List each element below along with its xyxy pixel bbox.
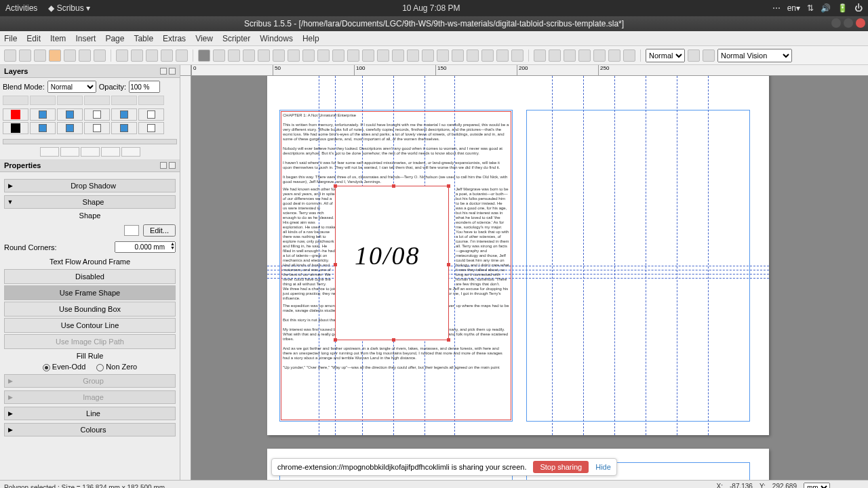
eyedropper-icon[interactable] [511,49,524,62]
link-frames-icon[interactable] [452,49,464,62]
unit-select[interactable]: mm [804,483,830,488]
colours-section[interactable]: ▶Colours [4,423,176,436]
menu-extras[interactable]: Extras [163,34,186,43]
menu-insert[interactable]: Insert [75,34,96,43]
spiral-icon[interactable] [302,49,315,62]
arc-icon[interactable] [288,49,300,62]
zoom-icon[interactable] [407,49,419,62]
tray-dots-icon[interactable]: ⋯ [772,3,781,13]
app-menu[interactable]: ◆ Scribus ▾ [48,3,90,13]
edit-text-icon[interactable] [422,49,434,62]
line-section[interactable]: ▶Line [4,407,176,420]
non-zero-radio[interactable]: Non Zero [96,363,137,371]
round-corners-input[interactable] [115,241,176,253]
flow-checkbox[interactable] [120,124,128,132]
cut-icon[interactable] [146,49,158,62]
print-checkbox[interactable] [66,124,74,132]
activities-button[interactable]: Activities [5,3,37,13]
maximize-button[interactable] [844,18,853,28]
shape-icon[interactable] [273,49,285,62]
table-icon[interactable] [258,49,270,62]
copy-props-icon[interactable] [496,49,509,62]
text-flow-frame-shape[interactable]: Use Frame Shape [4,285,176,300]
pdf-icon[interactable] [94,49,106,62]
panel-shade-icon[interactable] [160,162,167,169]
power-icon[interactable]: ⏻ [854,3,863,13]
blend-mode-select[interactable]: Normal [47,81,96,93]
color-mgmt-icon[interactable] [688,49,700,62]
opacity-input[interactable] [129,81,160,93]
spinner-arrows-icon[interactable]: ▲▼ [170,242,175,250]
measure-icon[interactable] [481,49,494,62]
add-layer-button[interactable] [40,147,59,157]
menu-table[interactable]: Table [134,34,153,43]
menu-file[interactable]: File [4,34,17,43]
display-mode-select[interactable]: Normal [646,49,685,62]
undo-icon[interactable] [116,49,128,62]
menu-view[interactable]: View [195,34,213,43]
text-flow-bounding-box[interactable]: Use Bounding Box [4,302,176,317]
text-flow-contour-line[interactable]: Use Contour Line [4,318,176,333]
network-icon[interactable]: ⇅ [807,3,814,13]
image-frame-icon[interactable] [228,49,240,62]
stop-sharing-button[interactable]: Stop sharing [533,461,589,473]
remove-layer-button[interactable] [60,147,79,157]
rotate-icon[interactable] [392,49,404,62]
shape-preview-icon[interactable] [124,225,139,236]
paste-icon[interactable] [176,49,188,62]
close-button[interactable] [856,18,865,28]
lock-checkbox[interactable] [93,110,101,119]
open-icon[interactable] [19,49,31,62]
freehand-icon[interactable] [362,49,374,62]
outline-checkbox[interactable] [147,110,155,119]
minimize-button[interactable] [831,18,841,28]
render-frame-icon[interactable] [243,49,255,62]
menu-page[interactable]: Page [105,34,124,43]
menu-edit[interactable]: Edit [26,34,41,43]
close-icon[interactable] [49,49,61,62]
horizontal-ruler[interactable]: 050100150200250 [191,65,868,76]
even-odd-radio[interactable]: Even-Odd [43,363,86,371]
dup-layer-button[interactable] [81,147,100,157]
line-icon[interactable] [332,49,344,62]
pdf-annot-icon[interactable] [608,49,620,62]
text-frame-icon[interactable] [213,49,225,62]
canvas[interactable]: CHAPTER 1: A Not Unnatural Enterprise Th… [191,76,868,480]
pdf-link-icon[interactable] [623,49,635,62]
polygon-icon[interactable] [317,49,330,62]
edit-shape-button[interactable]: Edit... [143,224,176,237]
selected-polygon[interactable]: 10/08 [335,186,449,340]
pdf-check-icon[interactable] [564,49,576,62]
panel-close-icon[interactable] [169,68,176,75]
select-tool-icon[interactable] [198,49,210,62]
menu-help[interactable]: Help [302,34,319,43]
menu-windows[interactable]: Windows [260,34,293,43]
save-icon[interactable] [34,49,46,62]
copy-icon[interactable] [161,49,173,62]
layer-up-button[interactable] [101,147,120,157]
pdf-text-icon[interactable] [549,49,561,62]
shape-section[interactable]: ▼Shape [4,195,176,209]
redo-icon[interactable] [131,49,143,62]
drop-shadow-section[interactable]: ▶Drop Shadow [4,179,176,192]
flow-checkbox[interactable] [120,110,128,119]
vertical-ruler[interactable] [180,76,191,480]
print-checkbox[interactable] [66,110,74,119]
vision-mode-select[interactable]: Normal Vision [717,49,792,62]
volume-icon[interactable]: 🔊 [821,3,831,13]
outline-checkbox[interactable] [147,124,155,132]
lock-checkbox[interactable] [93,124,101,132]
layer-scrollbar[interactable] [3,139,177,144]
battery-icon[interactable]: 🔋 [837,3,848,13]
visible-checkbox[interactable] [39,110,47,119]
preview-icon[interactable] [703,49,715,62]
visible-checkbox[interactable] [39,124,47,132]
panel-shade-icon[interactable] [160,68,167,75]
preflight-icon[interactable] [79,49,91,62]
layer-row[interactable] [3,108,177,121]
text-flow-disabled[interactable]: Disabled [4,269,176,284]
layer-down-button[interactable] [121,147,140,157]
layer-row[interactable] [3,121,177,135]
clock[interactable]: 10 Aug 7:08 PM [90,3,772,13]
lang-indicator[interactable]: en▾ [787,3,800,13]
